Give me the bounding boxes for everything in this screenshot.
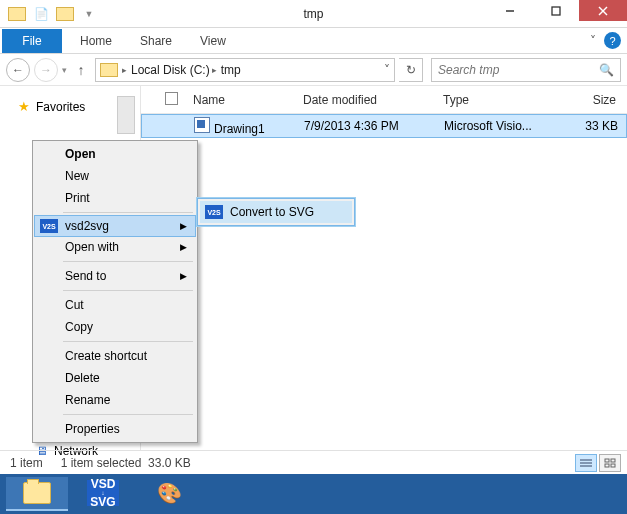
status-item-count: 1 item xyxy=(10,456,43,470)
refresh-button[interactable]: ↻ xyxy=(399,58,423,82)
ctx-send-to[interactable]: Send to▶ xyxy=(35,265,195,287)
share-tab[interactable]: Share xyxy=(126,29,186,53)
menu-separator xyxy=(63,341,193,342)
ctx-create-shortcut[interactable]: Create shortcut xyxy=(35,345,195,367)
close-button[interactable] xyxy=(579,0,627,21)
column-name[interactable]: Name xyxy=(185,93,295,107)
ctx-delete[interactable]: Delete xyxy=(35,367,195,389)
file-type: Microsoft Visio... xyxy=(436,119,556,133)
submenu-convert-to-svg[interactable]: V2S Convert to SVG xyxy=(200,201,352,223)
ctx-open[interactable]: Open xyxy=(35,143,195,165)
search-icon: 🔍 xyxy=(599,63,614,77)
menu-separator xyxy=(63,212,193,213)
taskbar-paint[interactable]: 🎨 xyxy=(138,477,200,511)
nav-bar: ← → ▾ ↑ ▸ Local Disk (C:)▸ tmp ˅ ↻ 🔍 xyxy=(0,54,627,86)
column-size[interactable]: Size xyxy=(555,93,625,107)
column-date[interactable]: Date modified xyxy=(295,93,435,107)
file-tab[interactable]: File xyxy=(2,29,62,53)
ribbon-expand-icon[interactable]: ˅ xyxy=(590,34,596,48)
svg-rect-1 xyxy=(552,7,560,15)
paint-icon: 🎨 xyxy=(157,481,182,505)
address-dropdown-icon[interactable]: ˅ xyxy=(384,63,390,77)
back-button[interactable]: ← xyxy=(6,58,30,82)
visio-file-icon xyxy=(194,117,210,133)
forward-button[interactable]: → xyxy=(34,58,58,82)
ctx-print[interactable]: Print xyxy=(35,187,195,209)
file-size: 33 KB xyxy=(556,119,626,133)
vsd2svg-app-icon: VSD↓SVG xyxy=(87,480,119,506)
column-type[interactable]: Type xyxy=(435,93,555,107)
quick-access-toolbar: 📄 ▼ xyxy=(0,3,100,25)
taskbar-file-explorer[interactable] xyxy=(6,477,68,511)
file-date: 7/9/2013 4:36 PM xyxy=(296,119,436,133)
ribbon-tabs: File Home Share View ˅ ? xyxy=(0,28,627,54)
file-explorer-icon xyxy=(23,482,51,504)
breadcrumb-segment[interactable]: Local Disk (C:)▸ xyxy=(131,63,217,77)
location-icon xyxy=(100,63,118,77)
v2s-icon: V2S xyxy=(205,205,223,219)
window-controls xyxy=(487,0,627,21)
address-bar[interactable]: ▸ Local Disk (C:)▸ tmp ˅ xyxy=(95,58,395,82)
status-selection: 1 item selected 33.0 KB xyxy=(61,456,191,470)
minimize-button[interactable] xyxy=(487,0,533,21)
menu-separator xyxy=(63,414,193,415)
svg-rect-9 xyxy=(605,464,609,467)
ctx-copy[interactable]: Copy xyxy=(35,316,195,338)
home-tab[interactable]: Home xyxy=(66,29,126,53)
svg-rect-8 xyxy=(611,459,615,462)
title-bar: 📄 ▼ tmp xyxy=(0,0,627,28)
ctx-open-with[interactable]: Open with▶ xyxy=(35,236,195,258)
vsd2svg-submenu: V2S Convert to SVG xyxy=(197,198,355,226)
favorites-label: Favorites xyxy=(36,100,85,114)
qat-dropdown-icon[interactable]: ▼ xyxy=(78,3,100,25)
properties-qat-icon[interactable]: 📄 xyxy=(30,3,52,25)
ctx-cut[interactable]: Cut xyxy=(35,294,195,316)
ctx-new[interactable]: New xyxy=(35,165,195,187)
file-list: Name Date modified Type Size Drawing1 7/… xyxy=(141,86,627,450)
submenu-arrow-icon: ▶ xyxy=(180,221,187,231)
svg-rect-7 xyxy=(605,459,609,462)
history-dropdown-icon[interactable]: ▾ xyxy=(62,65,67,75)
v2s-icon: V2S xyxy=(40,219,58,233)
file-name: Drawing1 xyxy=(214,122,265,136)
ctx-properties[interactable]: Properties xyxy=(35,418,195,440)
select-all-checkbox[interactable] xyxy=(165,92,178,105)
search-box[interactable]: 🔍 xyxy=(431,58,621,82)
help-icon[interactable]: ? xyxy=(604,32,621,49)
breadcrumb-sep-icon: ▸ xyxy=(122,65,127,75)
file-row[interactable]: Drawing1 7/9/2013 4:36 PM Microsoft Visi… xyxy=(141,114,627,138)
new-folder-qat-icon[interactable] xyxy=(54,3,76,25)
svg-rect-10 xyxy=(611,464,615,467)
up-button[interactable]: ↑ xyxy=(71,62,91,78)
taskbar-vsd2svg[interactable]: VSD↓SVG xyxy=(72,477,134,511)
ctx-rename[interactable]: Rename xyxy=(35,389,195,411)
context-menu: Open New Print V2S vsd2svg ▶ Open with▶ … xyxy=(32,140,198,443)
large-icons-view-button[interactable] xyxy=(599,454,621,472)
search-input[interactable] xyxy=(438,63,599,77)
details-view-button[interactable] xyxy=(575,454,597,472)
submenu-arrow-icon: ▶ xyxy=(180,242,187,252)
favorites-group[interactable]: ★ Favorites xyxy=(0,96,140,117)
status-bar: 1 item 1 item selected 33.0 KB xyxy=(0,450,627,474)
column-headers: Name Date modified Type Size xyxy=(141,86,627,114)
app-icon[interactable] xyxy=(6,3,28,25)
menu-separator xyxy=(63,261,193,262)
submenu-arrow-icon: ▶ xyxy=(180,271,187,281)
menu-separator xyxy=(63,290,193,291)
star-icon: ★ xyxy=(18,99,30,114)
breadcrumb-segment[interactable]: tmp xyxy=(221,63,241,77)
maximize-button[interactable] xyxy=(533,0,579,21)
taskbar: VSD↓SVG 🎨 xyxy=(0,474,627,514)
view-tab[interactable]: View xyxy=(186,29,240,53)
ctx-vsd2svg[interactable]: V2S vsd2svg ▶ xyxy=(34,215,196,237)
